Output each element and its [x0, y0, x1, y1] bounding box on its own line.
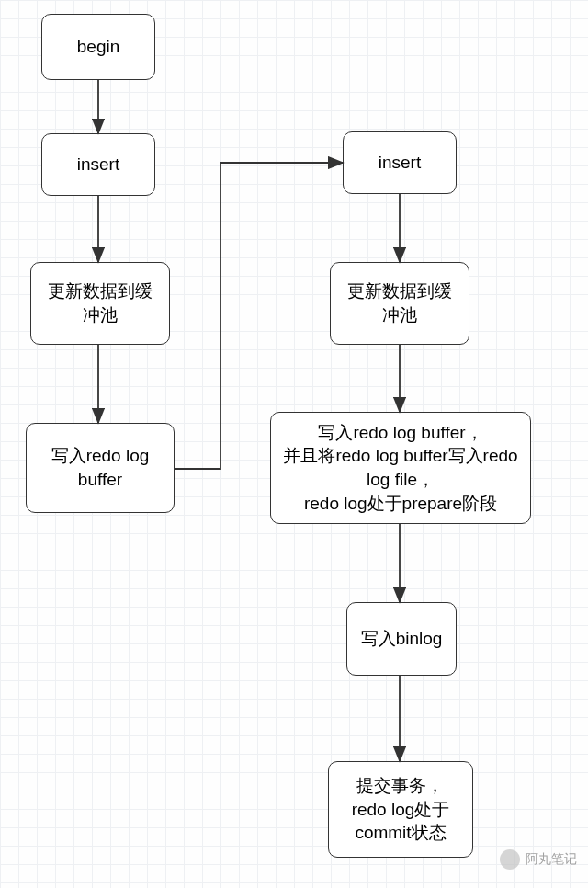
node-binlog-label: 写入binlog [361, 627, 443, 651]
node-insert-left-label: insert [77, 153, 119, 176]
node-insert-right: insert [343, 131, 457, 194]
node-update-left-label: 更新数据到缓 冲池 [48, 279, 153, 326]
node-begin-label: begin [77, 35, 120, 59]
watermark-avatar-icon [500, 849, 520, 870]
node-insert-right-label: insert [379, 151, 421, 175]
watermark-text: 阿丸笔记 [526, 851, 577, 868]
watermark: 阿丸笔记 [500, 849, 577, 870]
node-redo-right: 写入redo log buffer， 并且将redo log buffer写入r… [270, 412, 531, 524]
node-update-right: 更新数据到缓 冲池 [330, 262, 469, 345]
node-begin: begin [41, 14, 155, 80]
node-update-left: 更新数据到缓 冲池 [30, 262, 170, 345]
node-commit-label: 提交事务， redo log处于 commit状态 [352, 774, 450, 845]
node-redo-left: 写入redo log buffer [26, 423, 175, 513]
node-insert-left: insert [41, 133, 155, 196]
node-redo-right-label: 写入redo log buffer， 并且将redo log buffer写入r… [283, 421, 517, 516]
node-binlog: 写入binlog [346, 602, 457, 676]
node-redo-left-label: 写入redo log buffer [51, 444, 150, 491]
node-update-right-label: 更新数据到缓 冲池 [347, 279, 452, 326]
node-commit: 提交事务， redo log处于 commit状态 [328, 761, 473, 858]
